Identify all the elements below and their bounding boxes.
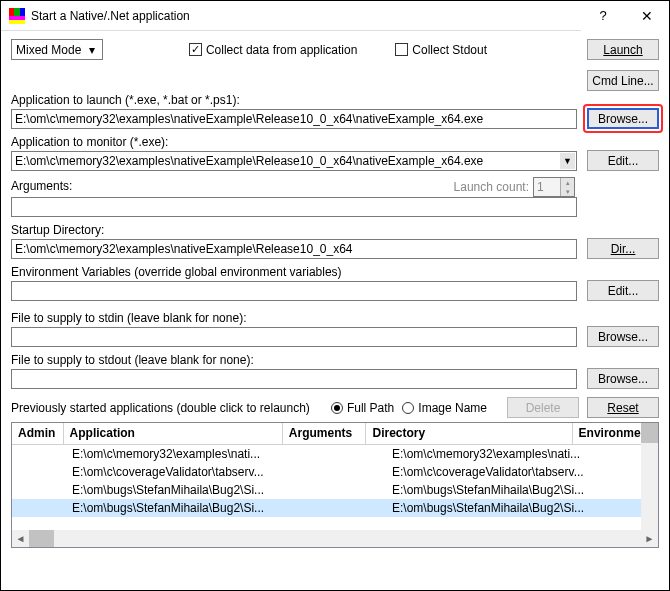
startup-dir-label: Startup Directory: xyxy=(11,223,577,237)
cell-admin xyxy=(12,507,66,509)
collect-data-checkbox[interactable]: ✓ Collect data from application xyxy=(189,43,357,57)
mode-select-value: Mixed Mode xyxy=(16,43,81,57)
browse-stdin-button[interactable]: Browse... xyxy=(587,326,659,347)
checkbox-icon xyxy=(395,43,408,56)
collect-stdout-checkbox[interactable]: Collect Stdout xyxy=(395,43,487,57)
launch-count-value: 1 xyxy=(537,180,544,194)
table-row[interactable]: E:\om\bugs\StefanMihaila\Bug2\Si...E:\om… xyxy=(12,499,658,517)
imagename-label: Image Name xyxy=(418,401,487,415)
scroll-left-icon[interactable]: ◄ xyxy=(12,530,29,547)
mode-select[interactable]: Mixed Mode ▾ xyxy=(11,39,103,60)
th-directory[interactable]: Directory xyxy=(366,423,572,444)
stdin-input[interactable] xyxy=(11,327,577,347)
cell-arguments xyxy=(298,507,386,509)
app-monitor-label: Application to monitor (*.exe): xyxy=(11,135,577,149)
launch-button[interactable]: Launch xyxy=(587,39,659,60)
th-arguments[interactable]: Arguments xyxy=(283,423,367,444)
arguments-label: Arguments: xyxy=(11,179,72,193)
stdout-label: File to supply to stdout (leave blank fo… xyxy=(11,353,577,367)
browse-launch-label: Browse... xyxy=(598,112,648,126)
th-application[interactable]: Application xyxy=(64,423,283,444)
env-vars-input[interactable] xyxy=(11,281,577,301)
edit-env-label: Edit... xyxy=(608,284,639,298)
stdin-label: File to supply to stdin (leave blank for… xyxy=(11,311,577,325)
cell-application: E:\om\c\coverageValidator\tabserv... xyxy=(66,464,298,480)
browse-stdout-label: Browse... xyxy=(598,372,648,386)
launch-count-spinner[interactable]: 1 ▴▾ xyxy=(533,177,575,197)
edit-env-button[interactable]: Edit... xyxy=(587,280,659,301)
imagename-radio[interactable]: Image Name xyxy=(402,401,487,415)
spinner-arrows[interactable]: ▴▾ xyxy=(560,178,574,196)
cmdline-button-label: Cmd Line... xyxy=(592,74,653,88)
help-button[interactable]: ? xyxy=(581,1,625,31)
radio-icon xyxy=(402,402,414,414)
cell-arguments xyxy=(298,489,386,491)
cell-application: E:\om\bugs\StefanMihaila\Bug2\Si... xyxy=(66,500,298,516)
reset-button[interactable]: Reset xyxy=(587,397,659,418)
cell-admin xyxy=(12,453,66,455)
delete-button[interactable]: Delete xyxy=(507,397,579,418)
scroll-right-icon[interactable]: ► xyxy=(641,530,658,547)
app-launch-input[interactable] xyxy=(11,109,577,129)
vertical-scrollbar[interactable] xyxy=(641,423,658,530)
reset-button-label: Reset xyxy=(607,401,638,415)
table-row[interactable]: E:\om\c\coverageValidator\tabserv...E:\o… xyxy=(12,463,658,481)
table-body: E:\om\c\memory32\examples\nati...E:\om\c… xyxy=(12,445,658,517)
dir-button[interactable]: Dir... xyxy=(587,238,659,259)
chevron-down-icon[interactable]: ▼ xyxy=(560,153,575,169)
previous-apps-table: Admin Application Arguments Directory En… xyxy=(11,422,659,548)
edit-monitor-button[interactable]: Edit... xyxy=(587,150,659,171)
cell-admin xyxy=(12,489,66,491)
table-header: Admin Application Arguments Directory En… xyxy=(12,423,658,445)
collect-stdout-label: Collect Stdout xyxy=(412,43,487,57)
launch-button-label: Launch xyxy=(603,43,642,57)
dir-button-label: Dir... xyxy=(611,242,636,256)
cell-arguments xyxy=(298,471,386,473)
cell-application: E:\om\c\memory32\examples\nati... xyxy=(66,446,298,462)
cell-directory: E:\om\bugs\StefanMihaila\Bug2\Si... xyxy=(386,482,604,498)
fullpath-radio[interactable]: Full Path xyxy=(331,401,394,415)
edit-monitor-label: Edit... xyxy=(608,154,639,168)
browse-launch-button[interactable]: Browse... xyxy=(587,108,659,129)
cell-application: E:\om\bugs\StefanMihaila\Bug2\Si... xyxy=(66,482,298,498)
collect-data-label: Collect data from application xyxy=(206,43,357,57)
table-row[interactable]: E:\om\c\memory32\examples\nati...E:\om\c… xyxy=(12,445,658,463)
cell-directory: E:\om\bugs\StefanMihaila\Bug2\Si... xyxy=(386,500,604,516)
startup-dir-input[interactable] xyxy=(11,239,577,259)
delete-button-label: Delete xyxy=(526,401,561,415)
radio-icon xyxy=(331,402,343,414)
cell-directory: E:\om\c\memory32\examples\nati... xyxy=(386,446,604,462)
prev-apps-label: Previously started applications (double … xyxy=(11,401,310,415)
cell-directory: E:\om\c\coverageValidator\tabserv... xyxy=(386,464,604,480)
cell-admin xyxy=(12,471,66,473)
cmdline-button[interactable]: Cmd Line... xyxy=(587,70,659,91)
scrollbar-thumb[interactable] xyxy=(29,530,54,547)
close-button[interactable]: ✕ xyxy=(625,1,669,31)
th-admin[interactable]: Admin xyxy=(12,423,64,444)
app-icon xyxy=(9,8,25,24)
horizontal-scrollbar[interactable]: ◄ ► xyxy=(12,530,658,547)
window-title: Start a Native/.Net application xyxy=(31,9,581,23)
launch-count-label: Launch count: xyxy=(454,180,529,194)
scrollbar-thumb[interactable] xyxy=(641,423,658,443)
stdout-input[interactable] xyxy=(11,369,577,389)
titlebar: Start a Native/.Net application ? ✕ xyxy=(1,1,669,31)
cell-arguments xyxy=(298,453,386,455)
fullpath-label: Full Path xyxy=(347,401,394,415)
app-launch-label: Application to launch (*.exe, *.bat or *… xyxy=(11,93,577,107)
chevron-down-icon: ▾ xyxy=(84,41,100,58)
browse-stdout-button[interactable]: Browse... xyxy=(587,368,659,389)
env-vars-label: Environment Variables (override global e… xyxy=(11,265,577,279)
arguments-input[interactable] xyxy=(11,197,577,217)
checkbox-icon: ✓ xyxy=(189,43,202,56)
table-row[interactable]: E:\om\bugs\StefanMihaila\Bug2\Si...E:\om… xyxy=(12,481,658,499)
app-monitor-input[interactable] xyxy=(11,151,577,171)
browse-stdin-label: Browse... xyxy=(598,330,648,344)
